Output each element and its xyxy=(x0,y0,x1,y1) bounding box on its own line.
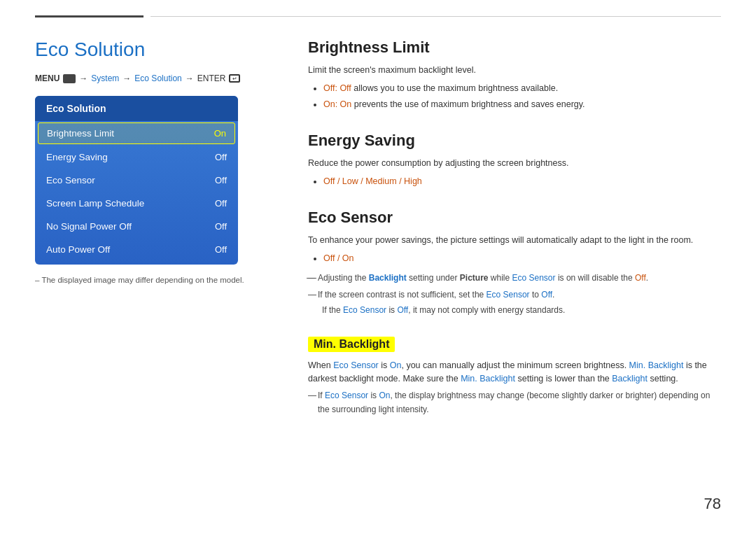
brightness-limit-desc: Limit the screen's maximum backlight lev… xyxy=(308,64,721,77)
section-energy-saving: Energy Saving Reduce the power consumpti… xyxy=(308,132,721,189)
right-panel: Brightness Limit Limit the screen's maxi… xyxy=(301,38,721,506)
divider-short xyxy=(35,15,144,17)
energy-saving-desc: Reduce the power consumption by adjustin… xyxy=(308,157,721,170)
eco-solution-menu: Eco Solution Brightness Limit On Energy … xyxy=(35,96,238,265)
menu-item-eco-sensor[interactable]: Eco Sensor Off xyxy=(35,169,238,192)
menu-item-label: Screen Lamp Schedule xyxy=(46,198,144,209)
energy-saving-bullets: Off / Low / Medium / High xyxy=(308,174,721,189)
eco-note-1: — Adjusting the Backlight setting under … xyxy=(308,272,721,285)
menu-item-value: On xyxy=(214,128,226,139)
menu-item-label: Energy Saving xyxy=(46,152,108,162)
on-text: prevents the use of maximum brightness a… xyxy=(354,99,585,109)
eco-menu-header: Eco Solution xyxy=(35,96,238,121)
energy-options-text: Off / Low / Medium / High xyxy=(323,176,422,186)
min-backlight-desc: When Eco Sensor is On, you can manually … xyxy=(308,359,721,386)
eco-options-text: Off / On xyxy=(323,253,354,263)
menu-item-energy-saving[interactable]: Energy Saving Off xyxy=(35,146,238,169)
system-link: System xyxy=(91,73,119,83)
menu-item-value: Off xyxy=(215,152,227,162)
menu-item-auto-power[interactable]: Auto Power Off Off xyxy=(35,238,238,265)
min-backlight-note: — If Eco Sensor is On, the display brigh… xyxy=(308,389,721,416)
eco-sensor-bullets: Off / On xyxy=(308,251,721,266)
min-backlight-title: Min. Backlight xyxy=(308,337,395,352)
menu-item-value: Off xyxy=(215,175,227,185)
energy-saving-title: Energy Saving xyxy=(308,132,721,150)
eco-sensor-desc: To enhance your power savings, the pictu… xyxy=(308,234,721,247)
eco-options: Off / On xyxy=(323,251,721,266)
section-min-backlight: Min. Backlight When Eco Sensor is On, yo… xyxy=(308,337,721,416)
menu-item-value: Off xyxy=(215,198,227,209)
eco-solution-link: Eco Solution xyxy=(134,73,181,83)
menu-item-no-signal[interactable]: No Signal Power Off Off xyxy=(35,215,238,238)
eco-note-2: — If the screen contrast is not sufficie… xyxy=(308,288,721,302)
menu-item-label: No Signal Power Off xyxy=(46,221,132,232)
page-number: 78 xyxy=(704,495,721,513)
arrow-1: → xyxy=(79,73,88,83)
eco-note-3: If the Eco Sensor is Off, it may not com… xyxy=(308,304,721,317)
brightness-limit-bullets: Off: Off allows you to use the maximum b… xyxy=(308,81,721,113)
section-brightness-limit: Brightness Limit Limit the screen's maxi… xyxy=(308,38,721,112)
menu-item-label: Auto Power Off xyxy=(46,244,110,255)
menu-label: MENU xyxy=(35,73,59,83)
arrow-2: → xyxy=(122,73,131,83)
menu-item-label: Brightness Limit xyxy=(47,128,114,139)
divider-long xyxy=(150,16,721,17)
menu-item-screen-lamp[interactable]: Screen Lamp Schedule Off xyxy=(35,192,238,215)
menu-item-value: Off xyxy=(215,221,227,232)
enter-label: ENTER xyxy=(197,73,226,83)
menu-item-label: Eco Sensor xyxy=(46,175,95,185)
brightness-limit-title: Brightness Limit xyxy=(308,38,721,57)
eco-sensor-title: Eco Sensor xyxy=(308,209,721,227)
left-panel: Eco Solution MENU → System → Eco Solutio… xyxy=(35,38,273,506)
off-text: allows you to use the maximum brightness… xyxy=(354,83,558,93)
menu-item-brightness-limit[interactable]: Brightness Limit On xyxy=(38,122,235,144)
page-title: Eco Solution xyxy=(35,38,273,61)
footer-note: – The displayed image may differ dependi… xyxy=(35,276,273,284)
bullet-on: On: On prevents the use of maximum brigh… xyxy=(323,97,721,112)
energy-options: Off / Low / Medium / High xyxy=(323,174,721,189)
section-eco-sensor: Eco Sensor To enhance your power savings… xyxy=(308,209,721,317)
bullet-off: Off: Off allows you to use the maximum b… xyxy=(323,81,721,96)
menu-icon xyxy=(63,74,76,83)
arrow-3: → xyxy=(186,73,194,83)
menu-path: MENU → System → Eco Solution → ENTER ↵ xyxy=(35,73,273,83)
on-label: On: On xyxy=(323,99,351,109)
off-label: Off: Off xyxy=(323,83,351,93)
enter-icon: ↵ xyxy=(229,74,240,83)
menu-item-value: Off xyxy=(215,244,227,255)
